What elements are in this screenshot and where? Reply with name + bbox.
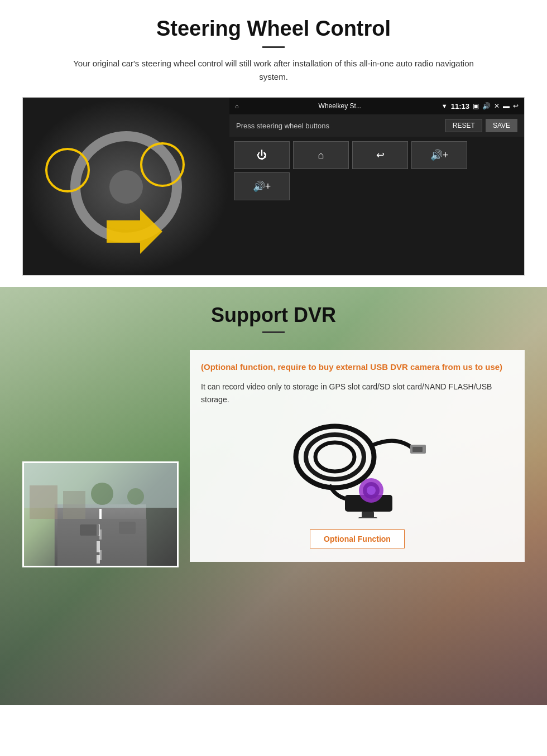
- control-button-grid: ⏻ ⌂ ↩ 🔊+ 🔊+: [229, 137, 524, 205]
- time-display: 11:13: [451, 102, 469, 110]
- svg-point-4: [91, 483, 113, 505]
- signal-icon: ▼: [442, 103, 448, 109]
- steering-section: Steering Wheel Control Your original car…: [0, 0, 547, 287]
- home-button[interactable]: ⌂: [293, 141, 349, 169]
- volume-icon: 🔊: [482, 102, 491, 110]
- steering-title: Steering Wheel Control: [22, 17, 525, 41]
- svg-rect-22: [358, 517, 377, 518]
- svg-rect-11: [119, 522, 136, 534]
- home-icon: ⌂: [235, 103, 239, 109]
- svg-rect-2: [30, 485, 57, 519]
- svg-rect-8: [97, 541, 100, 552]
- highlight-circle-left: [45, 148, 90, 192]
- svg-point-14: [315, 442, 354, 471]
- power-button[interactable]: ⏻: [234, 141, 290, 169]
- status-icons: ▣ 🔊 ✕ ▬ ↩: [473, 102, 519, 110]
- svg-rect-10: [80, 524, 99, 536]
- street-scene-svg: [24, 463, 179, 567]
- wk-button-group: RESET SAVE: [445, 119, 517, 132]
- optional-function-button[interactable]: Optional Function: [310, 529, 405, 548]
- android-statusbar: ⌂ Wheelkey St... ▼ 11:13 ▣ 🔊 ✕ ▬ ↩: [229, 98, 524, 114]
- steering-composite-image: ⌂ Wheelkey St... ▼ 11:13 ▣ 🔊 ✕ ▬ ↩ Press…: [22, 97, 525, 276]
- vol-up-button-2[interactable]: 🔊+: [234, 172, 290, 200]
- dvr-content: Support DVR: [0, 287, 547, 590]
- optional-link-text: (Optional function, require to buy exter…: [201, 361, 514, 374]
- svg-rect-9: [97, 555, 100, 564]
- steering-wheel-photo: [23, 98, 229, 276]
- title-underline: [262, 46, 285, 48]
- vol-up-button-1[interactable]: 🔊+: [411, 141, 467, 169]
- camera-icon: ▣: [473, 102, 479, 110]
- svg-point-20: [367, 486, 376, 495]
- dvr-camera-illustration: [201, 418, 514, 518]
- dvr-description: It can record video only to storage in G…: [201, 381, 514, 407]
- svg-rect-3: [63, 491, 85, 519]
- dvr-title: Support DVR: [22, 304, 525, 327]
- dvr-info-card: (Optional function, require to buy exter…: [190, 350, 525, 562]
- save-button[interactable]: SAVE: [486, 119, 517, 132]
- dvr-dashcam-photo: [22, 461, 179, 567]
- press-prompt: Press steering wheel buttons: [236, 122, 329, 130]
- svg-point-5: [127, 488, 144, 505]
- usb-dvr-camera-svg: [285, 418, 430, 518]
- back-icon: ↩: [513, 102, 519, 110]
- highlight-circle-right: [140, 142, 185, 187]
- android-screen-panel: ⌂ Wheelkey St... ▼ 11:13 ▣ 🔊 ✕ ▬ ↩ Press…: [229, 98, 524, 275]
- reset-button[interactable]: RESET: [445, 119, 482, 132]
- steering-description: Your original car's steering wheel contr…: [61, 57, 486, 84]
- svg-marker-0: [107, 209, 162, 254]
- dvr-section: Support DVR: [0, 287, 547, 705]
- screen-icon: ▬: [503, 102, 510, 110]
- back-button[interactable]: ↩: [352, 141, 408, 169]
- steering-hub: [109, 170, 143, 204]
- yellow-arrow-icon: [107, 209, 162, 254]
- wheelkey-bar: Press steering wheel buttons RESET SAVE: [229, 114, 524, 137]
- dvr-lower-section: (Optional function, require to buy exter…: [22, 350, 525, 567]
- dvr-title-underline: [262, 331, 285, 333]
- app-name-label: Wheelkey St...: [242, 102, 438, 110]
- svg-rect-16: [412, 447, 423, 452]
- close-icon: ✕: [494, 102, 500, 110]
- steering-wheel-background: [23, 98, 229, 276]
